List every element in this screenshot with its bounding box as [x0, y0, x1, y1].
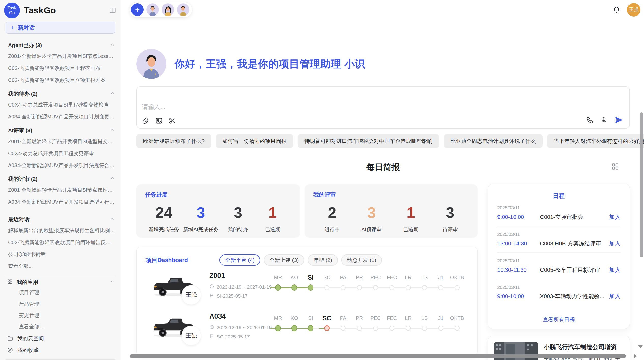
sidebar-conversation-item[interactable]: A034-全新新能源MUV产品开发项目计划变更表编写 [8, 111, 115, 123]
view-all-schedule-link[interactable]: 查看所有日程 [488, 316, 630, 323]
my-apps-label-wrap: 我的应用 [7, 279, 38, 286]
stat-value: 1 [396, 203, 426, 222]
sidebar-app-item[interactable]: 变更管理 [19, 310, 115, 321]
milestone-dot [373, 285, 378, 290]
stat-value: 2 [317, 203, 347, 222]
milestone-labels: MRKOSISCPAPRPECFECLRLSJ1OKTB [270, 273, 467, 282]
sidebar-item-star[interactable]: 我的收藏 [7, 344, 115, 356]
project-flag-text: SI-2025-05-17 [217, 293, 247, 299]
my-apps-label: 我的应用 [17, 279, 38, 286]
sidebar-section-header[interactable]: Agent已办 (3) [8, 42, 115, 49]
join-button[interactable]: 加入 [609, 266, 620, 274]
sidebar-conversation-item[interactable]: C0X4-动力总成开发项目工程变更评审 [8, 147, 115, 159]
scroll-down-arrow[interactable] [638, 345, 643, 348]
mic-icon[interactable] [600, 116, 608, 124]
sidebar-sections: Agent已办 (3)Z001-全新燃油皮卡产品开发项目SI节点Lesson L… [0, 34, 121, 360]
sidebar-section-header[interactable]: AI评审 (3) [8, 127, 115, 134]
sidebar-conversation-item[interactable]: Z001-全新燃油皮卡产品开发项目SI节点Lesson Learn报告 [8, 50, 115, 62]
logo-line1: Task [8, 6, 17, 10]
chat-input[interactable] [142, 103, 549, 118]
milestone-label: LS [416, 273, 433, 282]
attach-icon[interactable] [142, 117, 150, 125]
milestone-dot [341, 326, 346, 331]
dashboard-header: 项目Dashboard 全新平台 (4)全新上装 (3)年型 (2)动总开发 (… [146, 254, 382, 266]
sidebar-app-item[interactable]: 查看全部... [19, 321, 115, 333]
milestone-dot [308, 284, 313, 291]
stat-cell: 2进行中 [317, 203, 347, 233]
dashboard-tab[interactable]: 年型 (2) [308, 254, 338, 266]
input-attachments [142, 117, 176, 125]
sidebar-item-folder[interactable]: 我的云空间 [7, 333, 115, 344]
project-owner-badge: 王强 [181, 285, 201, 305]
join-button[interactable]: 加入 [609, 293, 620, 300]
milestone-cell [351, 325, 368, 332]
scissors-icon[interactable] [168, 117, 176, 125]
sidebar-item-my-apps[interactable]: 我的应用 [7, 279, 115, 286]
join-button[interactable]: 加入 [609, 213, 620, 221]
send-icon[interactable] [614, 116, 623, 124]
sidebar-app-item[interactable]: 产品管理 [19, 298, 115, 310]
project-row[interactable]: 王强Z0012023-12-19 ~ 2027-01-19SI-2025-05-… [137, 270, 478, 311]
collapse-sidebar-icon[interactable] [109, 7, 116, 14]
call-icon[interactable] [586, 116, 594, 124]
schedule-date: 2025/03/11 [497, 258, 620, 264]
folder-icon [7, 335, 13, 341]
schedule-item: 2025/03/119:00-10:00X003-车辆动力学性能验...加入 [497, 279, 620, 300]
stat-cell: 24新增完成任务 [149, 203, 179, 233]
dashboard-tab[interactable]: 全新上装 (3) [264, 254, 304, 266]
sidebar-conversation-item[interactable]: Z001-全新燃油轻卡产品开发项目SI节点属性5D文件评审 [8, 184, 115, 196]
milestone-cell [384, 325, 400, 332]
project-row[interactable]: 王强A0342023-12-19 ~ 2026-01-19SC-2025-05-… [137, 311, 478, 352]
sidebar-conversation-item[interactable]: 解释最新出台的欧盟报废车法规再生塑料比例被调至15%... [8, 224, 115, 236]
new-chat-button[interactable]: + 新对话 [6, 22, 115, 34]
sidebar-section-header[interactable]: 我的评审 (2) [8, 175, 115, 183]
scroll-right-arrow[interactable] [634, 354, 637, 358]
vertical-scrollbar[interactable] [640, 112, 643, 257]
stat-cell: 1已逾期 [257, 203, 288, 233]
sidebar-conversation-item[interactable]: C02-飞腾新能源轻客改款项目立项汇报方案 [8, 74, 115, 86]
sidebar-app-item[interactable]: 项目管理 [19, 287, 115, 298]
schedule-event-title: C001-立项审批会 [540, 213, 606, 221]
suggestion-chip[interactable]: 当下年轻人对汽车外观有怎样的喜好趋势 [547, 134, 644, 148]
dashboard-tab[interactable]: 全新平台 (4) [219, 254, 260, 266]
logo-line2: Go [9, 10, 15, 15]
milestone-label: PEC [368, 313, 384, 323]
sidebar-conversation-item[interactable]: A034-全新新能源MUV产品开发项目法规符合性评审 [8, 159, 115, 171]
sidebar-conversation-item[interactable]: 查看全部... [8, 260, 115, 272]
chevron-up-icon [110, 216, 115, 223]
dashboard-tab[interactable]: 动总开发 (1) [341, 254, 382, 266]
milestone-label: SI [302, 273, 319, 282]
sidebar-conversation-item[interactable]: A034-全新新能源MUV产品开发项目造型可行性评审 [8, 196, 115, 208]
sidebar-header: Task Go TaskGo [0, 0, 121, 18]
milestone-dot [455, 285, 460, 290]
sidebar-section-header[interactable]: 最近对话 [8, 216, 115, 223]
milestone-dot [389, 326, 394, 331]
schedule-date: 2025/03/11 [497, 232, 620, 237]
chevron-up-icon [110, 127, 115, 134]
sidebar-conversation-item[interactable]: C02-飞腾新能源轻客改款项目的闭环通告反馈情况 [8, 236, 115, 248]
sidebar-conversation-item[interactable]: 公司Q3轻卡销量 [8, 248, 115, 260]
sidebar-section-header[interactable]: 我的待办 (2) [8, 90, 115, 97]
sidebar-conversation-item[interactable]: C02-飞腾新能源轻客改款项目里程碑画布 [8, 62, 115, 74]
join-button[interactable]: 加入 [609, 240, 620, 247]
suggestion-chip[interactable]: 特朗普可能对进口汽车增税会对中国车企造成哪些影响 [298, 134, 439, 148]
milestone-label: PR [351, 313, 368, 323]
schedule-date: 2025/03/11 [497, 205, 620, 211]
layout-grid-icon[interactable] [611, 163, 619, 170]
suggestion-chip[interactable]: 如何写一份清晰的项目周报 [216, 134, 293, 148]
milestone-labels: MRKOSISCPAPRPECFECLRLSJ1OKTB [270, 313, 467, 323]
suggestion-chip[interactable]: 欧洲新规最近颁布了什么? [136, 134, 211, 148]
suggestion-chip[interactable]: 比亚迪全固态电池计划具体说了什么 [444, 134, 543, 148]
image-icon[interactable] [155, 117, 163, 125]
milestone-cell [368, 325, 384, 332]
milestone-dot [357, 285, 362, 290]
sidebar-conversation-item[interactable]: Z001-全新燃油轻卡产品开发项目SI造型提交物评审 [8, 136, 115, 147]
briefing-title: 每日简报 [136, 162, 630, 173]
project-dates: 2023-12-19 ~ 2027-01-19 [209, 284, 272, 290]
milestone-dot [438, 285, 443, 290]
horizontal-scrollbar[interactable] [130, 354, 626, 358]
sidebar-conversation-item[interactable]: C0X4-动力总成开发项目SI里程碑提交物检查 [8, 99, 115, 111]
milestone-dot [291, 325, 297, 331]
stat-value: 3 [435, 203, 465, 222]
milestone-label: SC [319, 313, 335, 323]
